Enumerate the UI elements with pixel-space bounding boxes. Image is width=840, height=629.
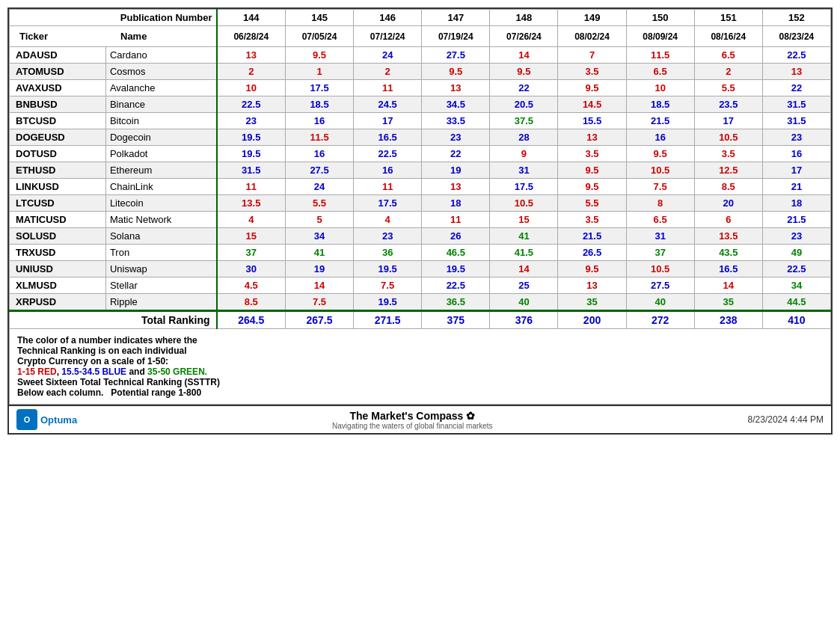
value-cell: 19.5 xyxy=(354,261,422,277)
value-cell: 24 xyxy=(354,47,422,64)
value-cell: 10 xyxy=(626,80,694,96)
value-cell: 6 xyxy=(694,212,762,228)
value-cell: 11 xyxy=(354,80,422,96)
bottom-bar: O Optuma The Market's Compass ✿ Navigati… xyxy=(9,405,831,433)
value-cell: 37 xyxy=(217,245,286,261)
ticker-cell: DOTUSD xyxy=(10,146,106,162)
value-cell: 23 xyxy=(422,129,490,146)
value-cell: 9.5 xyxy=(626,146,694,162)
optuma-label: Optuma xyxy=(40,414,77,426)
value-cell: 18.5 xyxy=(285,96,353,113)
table-row: BTCUSDBitcoin23161733.537.515.521.51731.… xyxy=(10,113,831,129)
ticker-cell: MATICUSD xyxy=(10,212,106,228)
pub-number-label: Publication Number xyxy=(10,10,217,26)
ticker-cell: BNBUSD xyxy=(10,96,106,113)
bottom-datetime: 8/23/2024 4:44 PM xyxy=(748,414,824,425)
value-cell: 18 xyxy=(762,195,830,212)
table-row: TRXUSDTron37413646.541.526.53743.549 xyxy=(10,245,831,261)
table-row: AVAXUSDAvalanche1017.51113229.5105.522 xyxy=(10,80,831,96)
name-cell: Ripple xyxy=(105,294,216,311)
ticker-cell: UNIUSD xyxy=(10,261,106,277)
name-cell: Matic Network xyxy=(105,212,216,228)
value-cell: 16 xyxy=(354,162,422,179)
value-cell: 13 xyxy=(558,129,626,146)
value-cell: 19.5 xyxy=(217,146,286,162)
value-cell: 16 xyxy=(762,146,830,162)
value-cell: 7.5 xyxy=(354,277,422,294)
value-cell: 30 xyxy=(217,261,286,277)
value-cell: 31 xyxy=(490,162,558,179)
total-value: 267.5 xyxy=(285,311,353,329)
value-cell: 34 xyxy=(285,228,353,245)
value-cell: 11 xyxy=(354,179,422,195)
value-cell: 22.5 xyxy=(762,47,830,64)
value-cell: 41.5 xyxy=(490,245,558,261)
total-value: 272 xyxy=(626,311,694,329)
bottom-title: The Market's Compass ✿ xyxy=(77,410,747,422)
value-cell: 14 xyxy=(694,277,762,294)
value-cell: 4 xyxy=(217,212,286,228)
name-cell: Uniswap xyxy=(105,261,216,277)
table-row: BNBUSDBinance22.518.524.534.520.514.518.… xyxy=(10,96,831,113)
value-cell: 10.5 xyxy=(694,129,762,146)
value-cell: 31 xyxy=(626,228,694,245)
value-cell: 27.5 xyxy=(285,162,353,179)
value-cell: 14 xyxy=(490,47,558,64)
ticker-cell: DOGEUSD xyxy=(10,129,106,146)
value-cell: 9.5 xyxy=(490,64,558,80)
value-cell: 19 xyxy=(422,162,490,179)
name-cell: ChainLink xyxy=(105,179,216,195)
table-row: ATOMUSDCosmos2129.59.53.56.5213 xyxy=(10,64,831,80)
total-value: 375 xyxy=(422,311,490,329)
date-152: 08/23/24 xyxy=(762,26,830,47)
value-cell: 16 xyxy=(285,113,353,129)
name-cell: Ethereum xyxy=(105,162,216,179)
value-cell: 21.5 xyxy=(558,228,626,245)
value-cell: 19.5 xyxy=(217,129,286,146)
table-row: ADAUSDCardano139.52427.514711.56.522.5 xyxy=(10,47,831,64)
value-cell: 23 xyxy=(354,228,422,245)
value-cell: 31.5 xyxy=(762,96,830,113)
bottom-subtitle: Navigating the waters of global financia… xyxy=(77,422,747,430)
value-cell: 22.5 xyxy=(354,146,422,162)
ticker-cell: LINKUSD xyxy=(10,179,106,195)
value-cell: 17.5 xyxy=(354,195,422,212)
value-cell: 1 xyxy=(285,64,353,80)
value-cell: 18 xyxy=(422,195,490,212)
value-cell: 6.5 xyxy=(694,47,762,64)
value-cell: 20.5 xyxy=(490,96,558,113)
date-149: 08/02/24 xyxy=(558,26,626,47)
value-cell: 6.5 xyxy=(626,212,694,228)
value-cell: 49 xyxy=(762,245,830,261)
value-cell: 3.5 xyxy=(558,64,626,80)
value-cell: 2 xyxy=(694,64,762,80)
value-cell: 12.5 xyxy=(694,162,762,179)
value-cell: 33.5 xyxy=(422,113,490,129)
value-cell: 7 xyxy=(558,47,626,64)
value-cell: 21 xyxy=(762,179,830,195)
ticker-cell: XLMUSD xyxy=(10,277,106,294)
value-cell: 22.5 xyxy=(217,96,286,113)
table-row: ETHUSDEthereum31.527.51619319.510.512.51… xyxy=(10,162,831,179)
value-cell: 3.5 xyxy=(558,146,626,162)
ticker-cell: TRXUSD xyxy=(10,245,106,261)
value-cell: 7.5 xyxy=(626,179,694,195)
value-cell: 3.5 xyxy=(558,212,626,228)
bottom-center: The Market's Compass ✿ Navigating the wa… xyxy=(77,410,747,430)
name-cell: Cardano xyxy=(105,47,216,64)
value-cell: 28 xyxy=(490,129,558,146)
pub-num-151: 151 xyxy=(694,10,762,26)
value-cell: 27.5 xyxy=(422,47,490,64)
value-cell: 40 xyxy=(626,294,694,311)
value-cell: 25 xyxy=(490,277,558,294)
value-cell: 15 xyxy=(490,212,558,228)
value-cell: 13 xyxy=(762,64,830,80)
value-cell: 5.5 xyxy=(285,195,353,212)
value-cell: 9.5 xyxy=(558,80,626,96)
value-cell: 15.5 xyxy=(558,113,626,129)
value-cell: 11.5 xyxy=(626,47,694,64)
total-value: 264.5 xyxy=(217,311,286,329)
total-row: Total Ranking264.5267.5271.5375376200272… xyxy=(10,311,831,329)
date-147: 07/19/24 xyxy=(422,26,490,47)
value-cell: 13 xyxy=(422,179,490,195)
